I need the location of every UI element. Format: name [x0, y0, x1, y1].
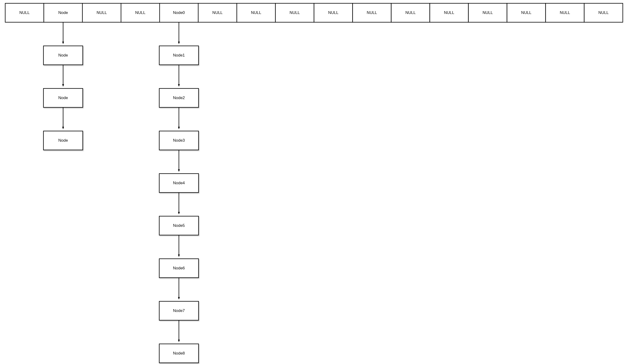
array-cell: NULL — [5, 3, 44, 22]
array-cell-label: NULL — [290, 10, 300, 15]
array-cell-label: NULL — [212, 10, 223, 15]
chain-node-label: Node1 — [173, 53, 185, 58]
chain-node: Node — [44, 131, 83, 150]
array-row: NULLNodeNULLNULLNode0NULLNULLNULLNULLNUL… — [5, 3, 623, 22]
chain: Node1Node2Node3Node4Node5Node6Node7Node8 — [159, 22, 199, 363]
chain-node: Node2 — [159, 88, 199, 107]
array-cell: NULL — [584, 3, 623, 22]
array-cell-label: Node0 — [173, 10, 185, 15]
hash-table-diagram: NULLNodeNULLNULLNode0NULLNULLNULLNULLNUL… — [0, 0, 628, 364]
chain-node: Node5 — [159, 216, 199, 235]
array-cell-label: NULL — [367, 10, 377, 15]
array-cell: NULL — [353, 3, 391, 22]
chain-node-label: Node5 — [173, 223, 185, 228]
array-cell-label: NULL — [328, 10, 338, 15]
array-cell-label: NULL — [521, 10, 531, 15]
chain-node: Node — [44, 46, 83, 65]
chain-node: Node6 — [159, 259, 199, 278]
chain-node: Node3 — [159, 131, 199, 150]
chain-node-label: Node2 — [173, 96, 185, 100]
array-cell-label: NULL — [598, 10, 609, 15]
array-cell: NULL — [391, 3, 430, 22]
chain-node: Node4 — [159, 174, 199, 192]
array-cell: NULL — [121, 3, 159, 22]
array-cell: NULL — [198, 3, 237, 22]
chain-node-label: Node6 — [173, 266, 185, 270]
chain-node-label: Node — [58, 53, 68, 58]
array-cell: NULL — [546, 3, 584, 22]
array-cell-label: NULL — [483, 10, 493, 15]
chain-node: Node — [44, 88, 83, 107]
array-cell-label: NULL — [251, 10, 261, 15]
array-cell: Node — [44, 3, 82, 22]
array-cell-label: NULL — [135, 10, 145, 15]
chain-node: Node1 — [159, 46, 199, 65]
chain-node-label: Node4 — [173, 181, 185, 185]
array-cell-label: NULL — [444, 10, 454, 15]
chain-node: Node7 — [159, 301, 199, 320]
chain: NodeNodeNode — [44, 22, 83, 150]
array-cell: NULL — [82, 3, 121, 22]
array-cell: NULL — [237, 3, 275, 22]
chain-node-label: Node7 — [173, 308, 185, 313]
array-cell: NULL — [507, 3, 546, 22]
array-cell-label: NULL — [405, 10, 415, 15]
array-cell-label: NULL — [560, 10, 570, 15]
array-cell: Node0 — [159, 3, 198, 22]
array-cell-label: Node — [58, 10, 68, 15]
array-cell: NULL — [430, 3, 469, 22]
array-cell: NULL — [314, 3, 353, 22]
chain-node-label: Node8 — [173, 351, 185, 356]
array-cell: NULL — [469, 3, 507, 22]
chain-node-label: Node — [58, 96, 68, 100]
array-cell-label: NULL — [97, 10, 107, 15]
chain-node-label: Node — [58, 138, 68, 143]
array-cell-label: NULL — [19, 10, 30, 15]
chain-node: Node8 — [159, 344, 199, 363]
array-cell: NULL — [275, 3, 314, 22]
chain-node-label: Node3 — [173, 138, 185, 143]
